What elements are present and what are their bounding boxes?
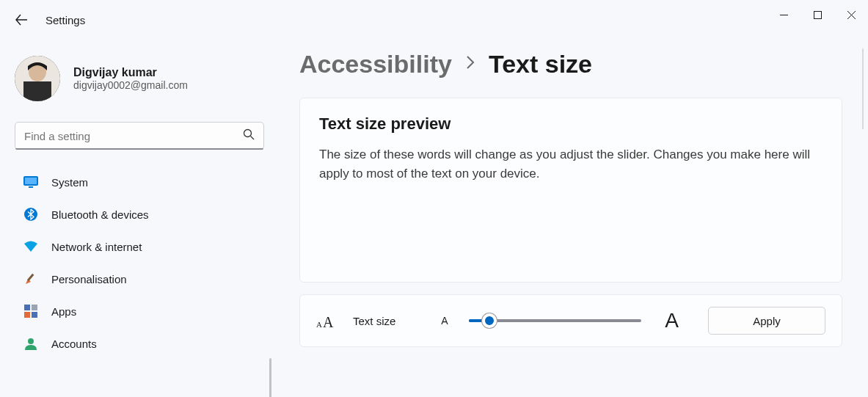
search-input[interactable] [24, 130, 255, 142]
svg-text:A: A [323, 314, 334, 329]
main-content: Accessibility Text size Text size previe… [299, 50, 847, 347]
sidebar-item-label: Network & internet [51, 241, 142, 253]
svg-line-6 [251, 136, 255, 140]
svg-rect-11 [27, 274, 34, 281]
sidebar-item-label: Accounts [51, 338, 97, 350]
text-size-label: Text size [353, 315, 395, 327]
maximize-button[interactable] [800, 0, 834, 29]
sidebar-scrollbar[interactable] [269, 358, 271, 397]
app-title: Settings [45, 14, 85, 26]
search-input-wrap[interactable] [15, 122, 264, 150]
app-header: Settings [0, 0, 85, 40]
sidebar-item-label: System [51, 176, 88, 189]
svg-rect-1 [814, 11, 821, 18]
bluetooth-icon [23, 207, 38, 222]
svg-point-5 [244, 130, 252, 137]
close-button[interactable] [834, 0, 868, 29]
svg-rect-4 [23, 81, 51, 101]
slider-min-label: A [441, 315, 448, 327]
profile-block[interactable]: Digvijay kumar digvijay0002@gmail.com [15, 56, 264, 101]
svg-rect-14 [24, 312, 30, 318]
sidebar-item-personalisation[interactable]: Personalisation [15, 263, 264, 295]
page-title: Text size [489, 50, 592, 79]
breadcrumb-parent[interactable]: Accessibility [299, 50, 452, 79]
search-icon [243, 128, 255, 143]
slider-thumb[interactable] [482, 313, 497, 328]
minimize-button[interactable] [767, 0, 800, 29]
profile-name: Digvijay kumar [73, 66, 188, 79]
paintbrush-icon [23, 272, 38, 286]
slider-max-label: A [665, 309, 679, 332]
text-size-preview-card: Text size preview The size of these word… [299, 98, 842, 283]
profile-email: digvijay0002@gmail.com [73, 79, 188, 91]
svg-point-16 [28, 338, 34, 344]
svg-rect-13 [32, 305, 37, 310]
sidebar-item-label: Personalisation [51, 273, 127, 285]
back-button[interactable] [15, 13, 28, 26]
breadcrumb: Accessibility Text size [299, 50, 847, 79]
svg-rect-15 [32, 312, 37, 318]
sidebar-nav: System Bluetooth & devices Network & int… [15, 166, 264, 360]
window-controls [767, 0, 868, 29]
svg-text:A: A [316, 320, 322, 329]
page-scrollbar[interactable] [862, 48, 864, 129]
text-size-slider[interactable] [469, 313, 642, 328]
text-size-icon: A A [316, 313, 337, 329]
sidebar-item-label: Bluetooth & devices [51, 208, 149, 221]
sidebar-item-apps[interactable]: Apps [15, 295, 264, 327]
sidebar-item-label: Apps [51, 305, 76, 318]
text-size-control-card: A A Text size A A Apply [299, 294, 842, 347]
sidebar-item-bluetooth[interactable]: Bluetooth & devices [15, 198, 264, 230]
preview-title: Text size preview [319, 114, 823, 134]
sidebar-item-system[interactable]: System [15, 166, 264, 198]
apply-button[interactable]: Apply [708, 307, 825, 335]
sidebar-item-network[interactable]: Network & internet [15, 230, 264, 263]
sidebar-item-accounts[interactable]: Accounts [15, 327, 264, 360]
svg-rect-0 [780, 15, 788, 15]
person-icon [23, 336, 38, 351]
wifi-icon [23, 239, 38, 254]
svg-rect-12 [24, 305, 30, 310]
monitor-icon [23, 175, 38, 189]
avatar [15, 56, 60, 101]
sidebar: Digvijay kumar digvijay0002@gmail.com Sy… [15, 56, 264, 360]
svg-rect-9 [29, 186, 33, 188]
svg-rect-8 [25, 178, 37, 184]
apps-icon [23, 304, 38, 318]
chevron-right-icon [465, 54, 475, 75]
preview-body: The size of these words will change as y… [319, 145, 823, 184]
